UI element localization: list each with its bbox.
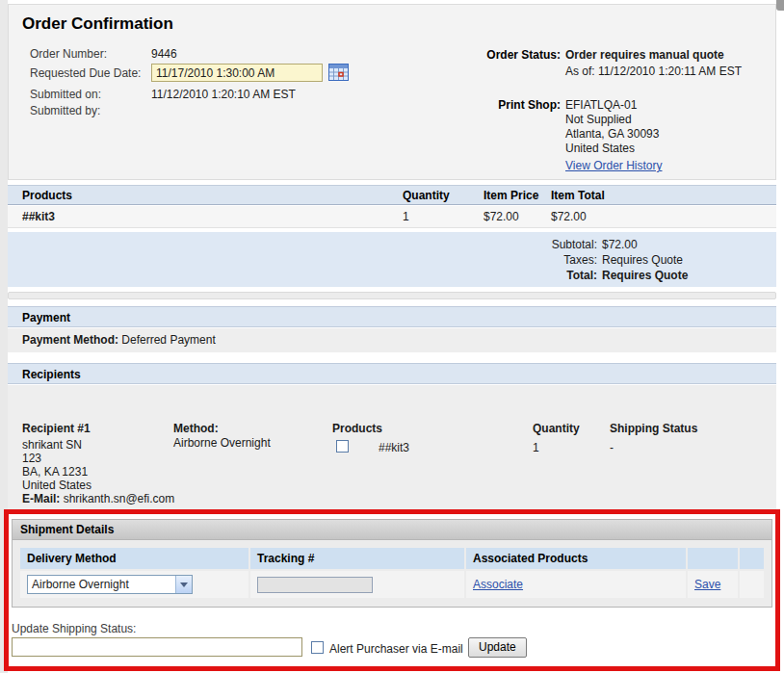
- tracking-header: Tracking #: [250, 548, 464, 569]
- product-item-price: $72.00: [483, 210, 519, 223]
- associated-products-header: Associated Products: [466, 548, 686, 569]
- recipient-shipping-status-label: Shipping Status: [610, 422, 697, 435]
- payment-method-label: Payment Method:: [22, 333, 118, 347]
- recipient-name: shrikant SN: [22, 438, 82, 452]
- order-status-label: Order Status:: [413, 48, 561, 62]
- product-item-total: $72.00: [551, 210, 587, 223]
- print-shop-address-line: United States: [565, 142, 635, 155]
- recipient-block: Recipient #1 shrikant SN 123 BA, KA 1231…: [8, 385, 776, 510]
- recipient-product-name: ##kit3: [379, 441, 409, 454]
- shipment-table-row: Airborne Overnight Associate Save: [20, 571, 764, 598]
- submitted-on-label: Submitted on:: [30, 88, 101, 101]
- recipient-email-value: shrikanth.sn@efi.com: [64, 492, 175, 505]
- shipment-table: Delivery Method Tracking # Associated Pr…: [18, 546, 766, 600]
- item-price-header: Item Price: [483, 189, 538, 202]
- delivery-method-selected-value: Airborne Overnight: [28, 578, 175, 591]
- due-date-label: Requested Due Date:: [30, 66, 141, 80]
- product-quantity: 1: [403, 210, 409, 223]
- print-shop-name: EFIATLQA-01: [565, 98, 637, 112]
- delivery-method-header: Delivery Method: [20, 548, 248, 569]
- recipient-quantity-value: 1: [533, 441, 539, 454]
- order-status-value: Order requires manual quote: [565, 48, 724, 62]
- save-column-header: [688, 548, 738, 569]
- order-number-label: Order Number:: [30, 47, 107, 61]
- subtotal-label: Subtotal:: [489, 238, 597, 251]
- order-number-value: 9446: [151, 47, 177, 61]
- table-row: ##kit3 1 $72.00 $72.00: [8, 206, 776, 228]
- total-label: Total:: [489, 269, 597, 282]
- recipient-method-value: Airborne Overnight: [173, 436, 271, 450]
- recipient-address-line: United States: [22, 479, 91, 492]
- recipient-products-label: Products: [332, 422, 382, 435]
- submitted-on-value: 11/12/2010 1:20:10 AM EST: [151, 88, 296, 101]
- payment-method-value: Deferred Payment: [121, 333, 215, 347]
- update-button[interactable]: Update: [468, 637, 527, 658]
- update-shipping-status-input[interactable]: [12, 637, 302, 657]
- print-shop-address-line: Atlanta, GA 30093: [565, 127, 659, 141]
- payment-section-header: Payment: [8, 306, 776, 327]
- page-title: Order Confirmation: [22, 14, 173, 34]
- recipient-address-line: BA, KA 1231: [22, 465, 88, 479]
- delivery-method-select[interactable]: Airborne Overnight: [27, 575, 193, 594]
- tracking-number-input[interactable]: [257, 577, 373, 593]
- save-link[interactable]: Save: [694, 578, 720, 591]
- due-date-input[interactable]: [151, 64, 323, 82]
- product-checkbox[interactable]: [336, 440, 349, 453]
- total-value: Requires Quote: [602, 269, 688, 282]
- recipients-section-title: Recipients: [22, 368, 81, 381]
- taxes-label: Taxes:: [489, 253, 597, 267]
- shipment-details-section: Shipment Details Delivery Method Trackin…: [12, 519, 772, 608]
- associate-link[interactable]: Associate: [473, 578, 523, 591]
- recipient-method-label: Method:: [173, 422, 219, 435]
- update-shipping-status-label: Update Shipping Status:: [12, 622, 136, 635]
- spacer-column-header: [740, 548, 764, 569]
- shipment-details-title: Shipment Details: [20, 523, 114, 536]
- payment-method-row: Payment Method: Deferred Payment: [8, 328, 776, 352]
- order-confirmation-page: Order Confirmation Order Number: 9446 Re…: [0, 0, 784, 673]
- submitted-by-label: Submitted by:: [30, 104, 100, 117]
- order-info-panel: Order Confirmation Order Number: 9446 Re…: [8, 4, 776, 180]
- view-order-history-link[interactable]: View Order History: [565, 159, 662, 172]
- products-table-header: Products Quantity Item Price Item Total: [8, 185, 776, 205]
- item-total-header: Item Total: [551, 189, 605, 202]
- recipients-section-header: Recipients: [8, 363, 776, 384]
- print-shop-address-line: Not Supplied: [565, 113, 632, 126]
- product-name: ##kit3: [22, 210, 55, 223]
- taxes-value: Requires Quote: [602, 253, 683, 267]
- chevron-down-icon: [175, 576, 192, 593]
- shipment-details-header: Shipment Details: [13, 520, 771, 540]
- recipient-address-line: 123: [22, 452, 41, 465]
- recipient-shipping-status-value: -: [610, 441, 614, 454]
- calendar-icon[interactable]: [327, 64, 349, 82]
- recipient-quantity-label: Quantity: [533, 422, 580, 435]
- print-shop-label: Print Shop:: [413, 98, 561, 112]
- quantity-header: Quantity: [403, 189, 450, 202]
- alert-purchaser-checkbox[interactable]: [311, 641, 324, 654]
- recipient-title: Recipient #1: [22, 422, 91, 435]
- payment-section-title: Payment: [22, 311, 70, 324]
- order-summary: Subtotal: $72.00 Taxes: Requires Quote T…: [8, 232, 776, 287]
- section-divider: [8, 292, 776, 299]
- order-status-as-of: As of: 11/12/2010 1:20:11 AM EST: [565, 65, 742, 78]
- recipient-email-label: E-Mail:: [22, 492, 60, 505]
- products-header: Products: [22, 189, 72, 202]
- alert-purchaser-label: Alert Purchaser via E-mail: [329, 642, 463, 656]
- window-corner-mark: [776, 0, 784, 11]
- subtotal-value: $72.00: [602, 238, 638, 251]
